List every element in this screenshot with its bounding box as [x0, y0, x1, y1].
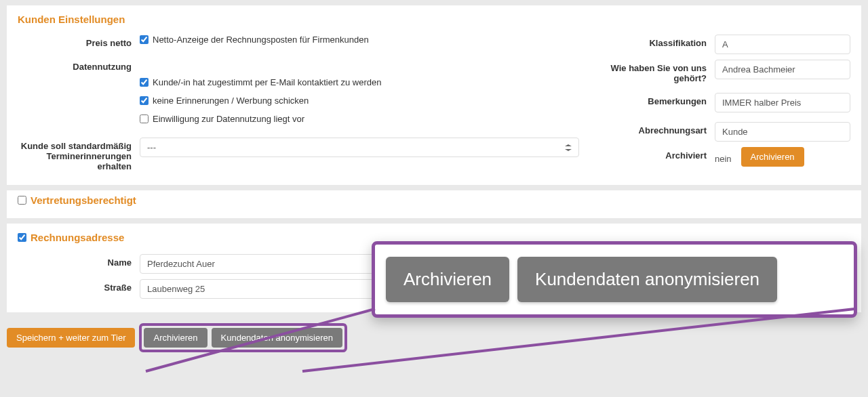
rep-panel: Vertretungsberechtigt [7, 190, 861, 218]
reminder-label: Kunde soll standardmäßig Terminerinnerun… [18, 138, 140, 171]
heard-label: Wie haben Sie von uns gehört? [593, 60, 715, 83]
preis-netto-checkbox[interactable] [140, 35, 149, 44]
archived-value: nein [715, 150, 732, 164]
highlighted-button-group: Archivieren Kundendaten anonymisieren [139, 323, 347, 352]
rep-checkbox[interactable] [18, 196, 26, 205]
notes-label: Bemerkungen [593, 93, 715, 106]
footer-bar: Speichern + weiter zum Tier Archivieren … [0, 318, 868, 362]
archive-button-small[interactable]: Archivieren [741, 147, 804, 167]
preis-netto-label: Preis netto [18, 35, 140, 48]
preis-netto-text: Netto-Anzeige der Rechnungsposten für Fi… [153, 35, 369, 45]
callout-anonymize-button[interactable]: Kundendaten anonymisieren [517, 257, 777, 302]
email-consent-text: Kunde/-in hat zugestimmt per E-Mail kont… [153, 77, 381, 87]
notes-input[interactable] [715, 93, 850, 112]
callout-popup: Archivieren Kundendaten anonymisieren [372, 241, 857, 318]
footer-archive-button[interactable]: Archivieren [144, 328, 207, 348]
panel-title-settings: Kunden Einstellungen [18, 14, 850, 25]
klass-input[interactable] [715, 35, 850, 54]
footer-anonymize-button[interactable]: Kundendaten anonymisieren [212, 328, 343, 348]
street-label: Straße [18, 279, 140, 293]
reminder-select[interactable]: --- [140, 138, 579, 157]
rep-title: Vertretungsberechtigt [31, 194, 136, 206]
billing-input[interactable] [715, 122, 850, 142]
billing-label: Abrechnungsart [593, 122, 715, 135]
consent-on-file-checkbox[interactable] [140, 114, 149, 123]
no-ads-text: keine Erinnerungen / Werbung schicken [153, 96, 309, 106]
billing-addr-title: Rechnungsadresse [31, 232, 124, 243]
email-consent-checkbox[interactable] [140, 78, 149, 87]
consent-on-file-text: Einwilligung zur Datennutzung liegt vor [153, 114, 304, 124]
settings-left-col: Preis netto Netto-Anzeige der Rechnungsp… [18, 35, 579, 177]
archived-label: Archiviert [593, 147, 715, 161]
customer-settings-panel: Kunden Einstellungen Preis netto Netto-A… [7, 5, 861, 185]
name-label: Name [18, 254, 140, 268]
heard-input[interactable] [715, 60, 850, 79]
no-ads-checkbox[interactable] [140, 96, 149, 105]
settings-right-col: Klassifikation Wie haben Sie von uns geh… [593, 35, 850, 177]
save-button[interactable]: Speichern + weiter zum Tier [7, 328, 135, 348]
klass-label: Klassifikation [593, 35, 715, 48]
billing-addr-checkbox[interactable] [18, 233, 26, 242]
callout-archive-button[interactable]: Archivieren [386, 257, 509, 302]
datennutzung-label: Datennutzung [18, 58, 140, 72]
